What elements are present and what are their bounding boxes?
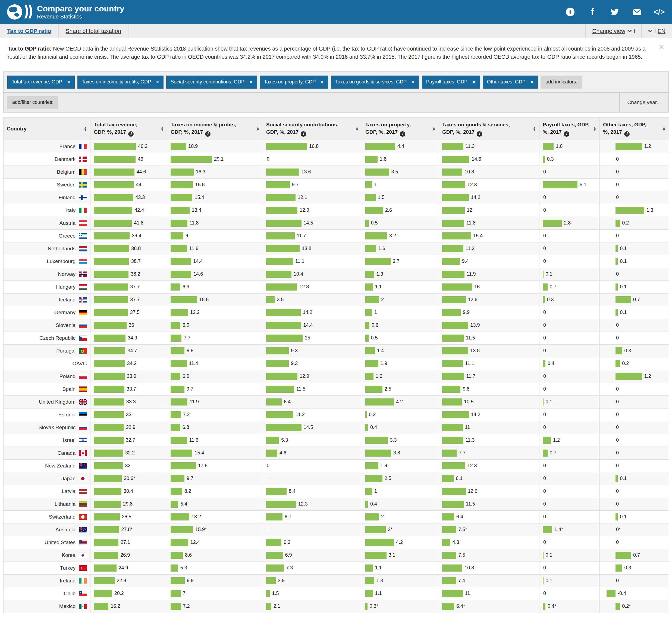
email-icon[interactable] [632, 7, 642, 17]
column-header[interactable]: Taxes on income & profits,GDP, %, 2017i▲… [167, 117, 263, 140]
value-bar [543, 296, 545, 303]
tab-share-of-total-taxation[interactable]: Share of total taxation [59, 24, 128, 38]
value-bar [543, 181, 577, 188]
value-bar [94, 488, 121, 495]
value-bar [171, 500, 178, 508]
value-label: 0 [543, 335, 546, 341]
table-row: Iceland37.718.63.5212.60.30.7 [3, 293, 669, 306]
value-label: 1.8 [380, 156, 386, 162]
info-icon[interactable]: i [477, 131, 482, 137]
info-icon[interactable]: i [624, 131, 630, 137]
value-cell: 0 [600, 395, 669, 408]
column-header[interactable]: Payroll taxes, GDP,%, 2017i▲▼ [539, 117, 600, 140]
sort-icon[interactable]: ▲▼ [161, 126, 164, 131]
value-cell: 0 [600, 229, 669, 242]
column-header[interactable]: Total tax revenue,GDP, %, 2017i▲▼ [91, 117, 167, 140]
value-bar [365, 271, 374, 278]
value-bar [543, 577, 544, 584]
tab-tax-to-gdp-ratio[interactable]: Tax to GDP ratio [0, 24, 59, 38]
oecd-logo[interactable]: )) [7, 4, 31, 20]
value-cell: 3.7 [362, 255, 439, 268]
value-label: 9.7 [187, 475, 193, 481]
country-cell: Australia [3, 523, 91, 536]
column-header[interactable]: Social security contributions,GDP, %, 20… [263, 117, 362, 140]
remove-indicator-icon[interactable]: ✕ [530, 80, 534, 84]
country-cell: Italy [3, 204, 91, 217]
change-year-button[interactable]: Change year... [619, 93, 669, 112]
info-icon[interactable]: i [564, 131, 569, 137]
indicator-chip[interactable]: Taxes on goods & services, GDP✕ [331, 75, 419, 89]
value-cell: 2 [362, 510, 439, 523]
value-label: 0.5 [371, 220, 378, 226]
sort-icon[interactable]: ▲▼ [257, 126, 260, 131]
value-label: 13.4 [192, 207, 201, 213]
value-bar [266, 603, 271, 610]
remove-indicator-icon[interactable]: ✕ [472, 80, 476, 84]
value-cell: 14.5 [263, 421, 362, 434]
value-cell: 33.9 [91, 370, 167, 383]
remove-indicator-icon[interactable]: ✕ [156, 80, 159, 84]
column-header[interactable]: Other taxes, GDP,%, 2017i▲▼ [600, 117, 669, 140]
value-cell: 6.4* [439, 600, 539, 613]
remove-indicator-icon[interactable]: ✕ [249, 80, 253, 84]
value-cell: 1.9 [362, 357, 439, 370]
value-cell: 33 [91, 408, 167, 421]
info-icon[interactable]: i [128, 131, 134, 137]
sort-icon[interactable]: ▲▼ [593, 126, 597, 131]
twitter-icon[interactable] [610, 7, 619, 17]
flag-pl-icon [79, 374, 87, 379]
sort-icon[interactable]: ▲▼ [432, 126, 436, 131]
value-bar [171, 322, 181, 329]
info-icon[interactable]: i [205, 131, 211, 137]
sort-icon[interactable]: ▲▼ [533, 126, 536, 131]
value-cell: 0 [539, 421, 600, 434]
value-cell: 0 [539, 498, 600, 510]
value-cell: 20.2 [91, 587, 167, 600]
value-cell: 0.2 [600, 217, 669, 229]
column-header[interactable]: Taxes on goods & services,GDP, %, 2017i▲… [439, 117, 539, 140]
value-label: 0.3 [624, 348, 631, 354]
value-bar [94, 449, 123, 457]
close-icon[interactable]: ✕ [658, 44, 665, 50]
country-label: Spain [62, 386, 75, 392]
table-row: Slovak Republic32.96.814.50.41100 [3, 421, 669, 434]
column-header[interactable]: Taxes on property,GDP, %, 2017i▲▼ [362, 117, 439, 140]
indicator-chip[interactable]: Social security contributions, GDP✕ [166, 75, 257, 89]
indicator-chip[interactable]: Payroll taxes, GDP✕ [422, 75, 480, 89]
country-label: Czech Republic [40, 335, 75, 341]
indicator-chip[interactable]: Taxes on property, GDP✕ [260, 75, 328, 89]
sort-icon[interactable]: ▲▼ [356, 126, 359, 131]
value-label: 3.1 [389, 552, 395, 558]
change-view-dropdown[interactable]: Change view [585, 24, 641, 38]
value-cell: 0 [600, 434, 669, 446]
remove-indicator-icon[interactable]: ✕ [411, 80, 415, 84]
table-row: Denmark4629.101.814.60.30 [3, 153, 669, 165]
value-label: 0 [616, 271, 619, 277]
facebook-icon[interactable]: f [588, 7, 597, 17]
language-dropdown[interactable]: EN [641, 24, 672, 38]
indicator-chip[interactable]: Taxes on income & profits, GDP✕ [77, 75, 164, 89]
value-bar [266, 488, 287, 495]
value-bar [365, 437, 388, 444]
info-icon[interactable]: i [400, 131, 405, 137]
value-label: 1.3 [646, 207, 653, 213]
value-label: 16.8 [309, 143, 319, 149]
info-icon[interactable]: i [301, 131, 306, 137]
info-icon[interactable]: i [566, 7, 575, 17]
value-bar [266, 411, 293, 418]
add-countries-input[interactable]: add/filter countries: [7, 96, 58, 109]
sort-icon[interactable]: ▲▼ [663, 126, 666, 131]
indicator-chip[interactable]: Total tax revenue, GDP✕ [7, 75, 75, 89]
column-header-country[interactable]: Country ▲▼ [3, 117, 91, 140]
value-bar [94, 143, 136, 150]
embed-code-icon[interactable]: </> [655, 7, 664, 17]
value-bar [616, 296, 631, 303]
value-bar [171, 603, 181, 610]
remove-indicator-icon[interactable]: ✕ [67, 80, 70, 84]
remove-indicator-icon[interactable]: ✕ [320, 80, 324, 84]
value-cell: 0.5 [362, 217, 439, 229]
value-label: 32.9 [126, 424, 135, 430]
sort-icon[interactable]: ▲▼ [84, 126, 88, 131]
indicator-chip[interactable]: Other taxes, GDP✕ [483, 75, 538, 89]
add-indicators-input[interactable]: add indicators: [541, 75, 582, 89]
